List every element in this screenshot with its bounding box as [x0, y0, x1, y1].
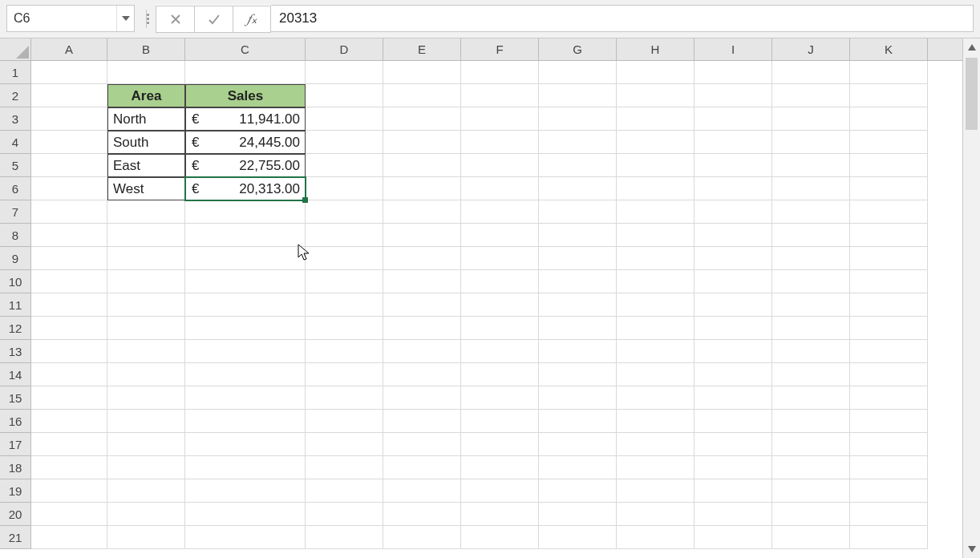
cell-H6[interactable]	[617, 177, 695, 200]
cell-J10[interactable]	[772, 270, 850, 293]
cell-F6[interactable]	[461, 177, 539, 200]
cell-C6[interactable]: €20,313.00	[185, 177, 306, 200]
cell-H2[interactable]	[617, 84, 695, 107]
cell-E11[interactable]	[383, 293, 461, 317]
cell-I5[interactable]	[695, 154, 772, 177]
cell-D7[interactable]	[306, 200, 383, 224]
cell-G8[interactable]	[539, 224, 617, 247]
name-box-dropdown-icon[interactable]	[116, 6, 134, 31]
cell-G10[interactable]	[539, 270, 617, 293]
cell-A12[interactable]	[31, 317, 107, 340]
cell-H16[interactable]	[617, 410, 695, 433]
row-header-6[interactable]: 6	[0, 177, 30, 200]
cell-G20[interactable]	[539, 503, 617, 526]
cell-F1[interactable]	[461, 61, 539, 84]
cell-C21[interactable]	[185, 526, 306, 549]
cell-A6[interactable]	[31, 177, 107, 200]
cell-D13[interactable]	[306, 340, 383, 363]
cell-D20[interactable]	[306, 503, 383, 526]
cell-H7[interactable]	[617, 200, 695, 224]
cell-H13[interactable]	[617, 340, 695, 363]
cell-E7[interactable]	[383, 200, 461, 224]
cell-A17[interactable]	[31, 433, 107, 456]
cell-G15[interactable]	[539, 386, 617, 410]
row-header-9[interactable]: 9	[0, 247, 30, 270]
cell-J12[interactable]	[772, 317, 850, 340]
cell-B4[interactable]: South	[107, 131, 185, 154]
cell-A13[interactable]	[31, 340, 107, 363]
cell-G3[interactable]	[539, 107, 617, 131]
cell-D9[interactable]	[306, 247, 383, 270]
cell-G13[interactable]	[539, 340, 617, 363]
cell-E8[interactable]	[383, 224, 461, 247]
scroll-track[interactable]	[963, 56, 980, 540]
cell-C10[interactable]	[185, 270, 306, 293]
cell-K5[interactable]	[850, 154, 928, 177]
cell-F16[interactable]	[461, 410, 539, 433]
name-box[interactable]: C6	[6, 5, 135, 32]
cell-J2[interactable]	[772, 84, 850, 107]
cell-K6[interactable]	[850, 177, 928, 200]
cell-A1[interactable]	[31, 61, 107, 84]
cell-C18[interactable]	[185, 456, 306, 479]
cell-I11[interactable]	[695, 293, 772, 317]
cell-J5[interactable]	[772, 154, 850, 177]
cell-J1[interactable]	[772, 61, 850, 84]
cell-H11[interactable]	[617, 293, 695, 317]
column-header-E[interactable]: E	[383, 38, 461, 60]
cell-G21[interactable]	[539, 526, 617, 549]
cell-F17[interactable]	[461, 433, 539, 456]
enter-button[interactable]	[194, 6, 233, 33]
cell-G18[interactable]	[539, 456, 617, 479]
cell-F14[interactable]	[461, 363, 539, 386]
cell-K17[interactable]	[850, 433, 928, 456]
row-header-12[interactable]: 12	[0, 317, 30, 340]
cell-I14[interactable]	[695, 363, 772, 386]
cell-E12[interactable]	[383, 317, 461, 340]
cell-A7[interactable]	[31, 200, 107, 224]
grid-area[interactable]: ABCDEFGHIJK 1234567891011121314151617181…	[0, 38, 962, 558]
cell-B13[interactable]	[107, 340, 185, 363]
cell-F7[interactable]	[461, 200, 539, 224]
cell-F20[interactable]	[461, 503, 539, 526]
cell-B11[interactable]	[107, 293, 185, 317]
cell-G2[interactable]	[539, 84, 617, 107]
cell-B20[interactable]	[107, 503, 185, 526]
cell-D8[interactable]	[306, 224, 383, 247]
row-header-20[interactable]: 20	[0, 503, 30, 526]
cell-G4[interactable]	[539, 131, 617, 154]
cell-K14[interactable]	[850, 363, 928, 386]
cell-E18[interactable]	[383, 456, 461, 479]
cell-G11[interactable]	[539, 293, 617, 317]
row-header-15[interactable]: 15	[0, 386, 30, 410]
column-header-H[interactable]: H	[617, 38, 695, 60]
cell-E19[interactable]	[383, 479, 461, 503]
cell-K15[interactable]	[850, 386, 928, 410]
cell-K19[interactable]	[850, 479, 928, 503]
cells[interactable]: AreaSalesNorth€11,941.00South€24,445.00E…	[31, 61, 962, 558]
cell-C2[interactable]: Sales	[185, 84, 306, 107]
column-header-G[interactable]: G	[539, 38, 617, 60]
cell-A18[interactable]	[31, 456, 107, 479]
cell-D1[interactable]	[306, 61, 383, 84]
cell-B17[interactable]	[107, 433, 185, 456]
cell-C14[interactable]	[185, 363, 306, 386]
column-header-F[interactable]: F	[461, 38, 539, 60]
cell-C5[interactable]: €22,755.00	[185, 154, 306, 177]
cell-B8[interactable]	[107, 224, 185, 247]
cell-I20[interactable]	[695, 503, 772, 526]
cell-A20[interactable]	[31, 503, 107, 526]
cell-B12[interactable]	[107, 317, 185, 340]
cell-D10[interactable]	[306, 270, 383, 293]
cell-H17[interactable]	[617, 433, 695, 456]
cell-I19[interactable]	[695, 479, 772, 503]
cell-F9[interactable]	[461, 247, 539, 270]
cell-K11[interactable]	[850, 293, 928, 317]
cell-E15[interactable]	[383, 386, 461, 410]
cell-D18[interactable]	[306, 456, 383, 479]
cell-J21[interactable]	[772, 526, 850, 549]
cell-A5[interactable]	[31, 154, 107, 177]
cell-H10[interactable]	[617, 270, 695, 293]
cell-C16[interactable]	[185, 410, 306, 433]
cell-K10[interactable]	[850, 270, 928, 293]
